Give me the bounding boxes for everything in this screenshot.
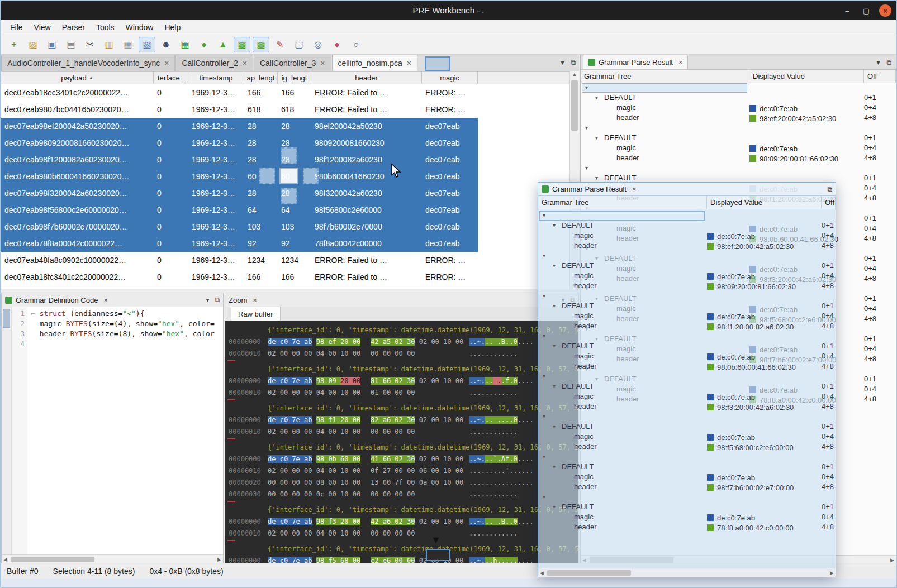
hex-bytes[interactable]: 02 00 10 00 bbox=[415, 377, 463, 385]
chevron-down-icon[interactable]: ▾ bbox=[553, 423, 556, 429]
code-line[interactable]: magic BYTES(size=(4), show="hex", color= bbox=[31, 319, 223, 329]
hex-bytes[interactable]: 00 00 00 00 bbox=[371, 350, 415, 357]
export-button[interactable]: ▤ bbox=[63, 37, 79, 52]
tree-row[interactable]: ▾DEFAULT0+1 bbox=[581, 93, 896, 103]
tree-row[interactable]: magicde:c0:7e:ab0+4 bbox=[538, 392, 836, 402]
tree-row[interactable]: ▾ bbox=[581, 164, 896, 174]
scrollbar-thumb[interactable] bbox=[11, 557, 94, 562]
tree-row[interactable]: header98:ef:20:00:42:a5:02:304+8 bbox=[581, 113, 896, 123]
hex-highlight-red[interactable]: . bbox=[493, 377, 501, 385]
tree-row[interactable]: header98:f3:20:00:42:a6:02:304+8 bbox=[538, 402, 836, 412]
hex-highlight-green[interactable]: B..0 bbox=[501, 518, 518, 525]
hex-bytes[interactable]: 00 00 00 00 bbox=[371, 428, 415, 436]
tree-row[interactable]: header98:0b:60:00:41:66:02:304+8 bbox=[538, 362, 836, 372]
menu-tools[interactable]: Tools bbox=[91, 20, 120, 35]
hex-bytes[interactable]: .... bbox=[518, 338, 534, 346]
tab-list-dropdown-icon[interactable]: ▾ bbox=[561, 59, 564, 66]
scroll-right-icon[interactable]: ▶ bbox=[890, 557, 894, 563]
hex-line[interactable]: 00000000de c0 7e ab 98 f3 20 0042 a6 02 … bbox=[225, 516, 578, 528]
hex-highlight-green[interactable]: 82 a6 02 30 bbox=[371, 416, 415, 424]
tree-row[interactable]: magicde:c0:7e:ab0+4 bbox=[538, 312, 836, 322]
hex-bytes[interactable]: ................ bbox=[469, 479, 534, 486]
code-horizontal-scrollbar[interactable]: ◀ ▶ bbox=[2, 554, 223, 563]
tree-row[interactable]: magicde:c0:7e:ab0+4 bbox=[538, 472, 836, 482]
hex-bytes[interactable]: ............ bbox=[469, 389, 518, 396]
close-icon[interactable]: × bbox=[164, 59, 169, 68]
floating-grammar-parse-window[interactable]: Grammar Parse Result × ⧉ Grammar Tree Di… bbox=[538, 182, 836, 577]
hex-highlight-red[interactable]: 20 00 bbox=[340, 377, 360, 385]
hex-bytes[interactable]: 02 00 00 00 04 00 10 00 bbox=[268, 529, 360, 537]
screen-button[interactable]: ▦ bbox=[177, 37, 193, 52]
hex-line[interactable]: 0000001002 00 00 00 04 00 10 0000 00 00 … bbox=[225, 426, 578, 438]
chevron-down-icon[interactable]: ▾ bbox=[543, 413, 545, 419]
column-header-ap-lengt[interactable]: ap_lengt bbox=[244, 72, 278, 84]
tab-callcontroller-3[interactable]: CallController_3× bbox=[254, 55, 331, 71]
tree-row[interactable]: ▾ bbox=[538, 211, 836, 221]
hex-highlight-green[interactable]: 42 a6 02 30 bbox=[371, 518, 415, 525]
hex-bytes[interactable] bbox=[312, 416, 316, 424]
column-displayed-value[interactable]: Displayed Value bbox=[749, 70, 864, 83]
hex-bytes[interactable]: .... bbox=[518, 416, 534, 424]
grid-view-2-button[interactable]: ▩ bbox=[253, 37, 269, 52]
code-line[interactable]: ⌐ struct (endianness="<"){ bbox=[31, 309, 223, 319]
close-icon[interactable]: × bbox=[243, 59, 247, 68]
hex-bytes[interactable]: 00 00 00 00 bbox=[371, 529, 415, 537]
hex-line[interactable]: 00000000de c0 7e ab 98 f1 20 0082 a6 02 … bbox=[225, 414, 578, 426]
chevron-down-icon[interactable]: ▾ bbox=[553, 303, 556, 309]
paste-button[interactable]: ▥ bbox=[101, 37, 117, 52]
dock-drop-center-indicator[interactable] bbox=[279, 168, 298, 184]
tree-row[interactable]: ▾DEFAULT0+1 bbox=[538, 503, 836, 513]
table-row[interactable]: dec07eab98f7b60002e70000020…01969-12-3…1… bbox=[1, 218, 579, 235]
tree-row[interactable]: header98:ef:20:00:42:a5:02:304+8 bbox=[538, 241, 836, 251]
column-offset[interactable]: Off bbox=[864, 70, 896, 83]
grid-view-button[interactable]: ▩ bbox=[234, 37, 250, 52]
tree-row[interactable]: ▾DEFAULT0+1 bbox=[538, 382, 836, 392]
tree-row[interactable]: ▾ bbox=[538, 412, 836, 422]
hex-line[interactable]: 00000000de c0 7e ab 98 0b 60 0041 66 02 … bbox=[225, 453, 578, 465]
run-button[interactable]: ▲ bbox=[215, 37, 231, 52]
chevron-down-icon[interactable]: ▾ bbox=[543, 373, 545, 379]
hex-highlight-blue[interactable]: de c0 7e ab bbox=[268, 416, 312, 424]
dock-drop-bottom-indicator[interactable] bbox=[281, 188, 297, 204]
tree-row[interactable]: ▾DEFAULT0+1 bbox=[581, 133, 896, 144]
menu-view[interactable]: View bbox=[29, 20, 56, 35]
tree-row[interactable]: header98:09:20:00:81:66:02:304+8 bbox=[581, 154, 896, 164]
column-header-terface-[interactable]: terface_ bbox=[154, 72, 188, 84]
hex-highlight-blue[interactable]: de c0 7e ab bbox=[268, 518, 312, 525]
hex-bytes[interactable]: 00 00 00 00 0c 00 10 00 bbox=[268, 490, 360, 498]
scrollbar-thumb[interactable] bbox=[3, 309, 10, 328]
tab-audiocontroller-1-handlevocoderinfo-sync[interactable]: AudioController_1_handleVocoderInfo_sync… bbox=[1, 55, 175, 71]
scroll-up-icon[interactable]: ▲ bbox=[570, 71, 579, 77]
hex-bytes[interactable]: ............ bbox=[469, 529, 518, 537]
hex-highlight-green[interactable]: 81 66 02 30 bbox=[371, 377, 415, 385]
maximize-button[interactable]: ▢ bbox=[860, 4, 872, 17]
chevron-down-icon[interactable]: ▾ bbox=[585, 165, 588, 171]
hex-highlight-green[interactable]: 41 66 02 30 bbox=[371, 455, 415, 463]
hex-highlight-green[interactable]: B..0 bbox=[501, 338, 518, 346]
floating-horizontal-scrollbar[interactable]: ◀ ▶ bbox=[538, 568, 836, 577]
parse-view-button[interactable]: ▧ bbox=[139, 37, 155, 52]
close-icon[interactable]: × bbox=[320, 59, 325, 68]
hex-bytes[interactable] bbox=[312, 338, 316, 346]
table-row[interactable]: dec07eab78f8a00042c0000022…01969-12-3…92… bbox=[1, 235, 579, 252]
hex-bytes[interactable]: 02 00 00 00 04 00 10 00 bbox=[268, 428, 360, 436]
zoom-button[interactable]: ○ bbox=[348, 37, 364, 52]
hex-bytes[interactable] bbox=[312, 377, 316, 385]
tree-row[interactable]: ▾DEFAULT0+1 bbox=[538, 261, 836, 271]
tree-row[interactable]: ▾ bbox=[538, 372, 836, 382]
column-grammar-tree[interactable]: Grammar Tree bbox=[538, 196, 707, 209]
chevron-down-icon[interactable]: ▾ bbox=[543, 333, 545, 339]
scrollbar-thumb[interactable] bbox=[547, 570, 631, 576]
tree-row[interactable]: ▾ bbox=[581, 83, 896, 93]
chevron-down-icon[interactable]: ▾ bbox=[595, 175, 598, 181]
hex-highlight-green[interactable]: ..`. bbox=[485, 455, 501, 463]
hex-highlight-green[interactable]: .. . bbox=[485, 338, 501, 346]
menu-parser[interactable]: Parser bbox=[56, 20, 91, 35]
panel-float-icon[interactable]: ⧉ bbox=[827, 185, 832, 193]
hex-bytes[interactable]: 02 00 00 00 04 00 10 00 bbox=[268, 467, 360, 475]
hex-highlight-blue[interactable]: ..~. bbox=[469, 455, 485, 463]
hex-line[interactable]: 00000000de c0 7e ab 98 ef 20 0042 a5 02 … bbox=[225, 336, 578, 348]
hex-highlight-blue[interactable]: de c0 7e ab bbox=[268, 455, 312, 463]
open-file-button[interactable]: ▨ bbox=[25, 37, 41, 52]
close-icon[interactable]: × bbox=[678, 58, 683, 66]
